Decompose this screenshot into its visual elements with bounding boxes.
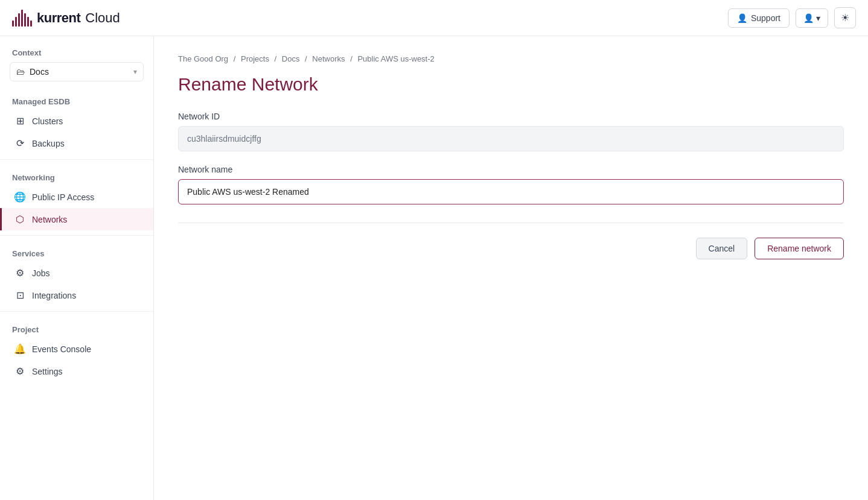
network-name-input[interactable] <box>178 179 844 204</box>
context-chevron-icon: ▾ <box>133 68 137 76</box>
folder-icon: 🗁 <box>16 67 25 77</box>
cancel-button[interactable]: Cancel <box>696 238 748 259</box>
divider-services <box>0 235 153 236</box>
logo: kurrent Cloud <box>12 10 120 27</box>
support-label: Support <box>751 13 780 23</box>
theme-icon: ☀ <box>841 13 849 23</box>
network-id-label: Network ID <box>178 112 844 121</box>
sidebar-item-integrations[interactable]: ⊡ Integrations <box>0 284 153 306</box>
sidebar-item-settings[interactable]: ⚙ Settings <box>0 360 153 382</box>
logo-cloud-text: Cloud <box>85 10 120 26</box>
events-console-label: Events Console <box>32 344 91 354</box>
jobs-label: Jobs <box>32 268 50 278</box>
backups-icon: ⟳ <box>14 138 26 149</box>
jobs-icon: ⚙ <box>14 267 26 279</box>
support-button[interactable]: 👤 Support <box>728 8 790 28</box>
sidebar-item-clusters[interactable]: ⊞ Clusters <box>0 110 153 132</box>
sidebar-item-events-console[interactable]: 🔔 Events Console <box>0 338 153 360</box>
settings-label: Settings <box>32 367 63 376</box>
breadcrumb-part-org: The Good Org <box>178 54 228 63</box>
breadcrumb-part-networks: Networks <box>312 54 345 63</box>
theme-toggle-button[interactable]: ☀ <box>834 7 856 28</box>
services-section-label: Services <box>0 241 153 262</box>
context-name: Docs <box>30 67 129 77</box>
networking-section-label: Networking <box>0 165 153 186</box>
network-id-value: cu3hlaiirsdmuidcjffg <box>178 126 844 151</box>
backups-label: Backups <box>32 139 65 148</box>
logo-bars-icon <box>12 10 32 27</box>
sidebar-item-public-ip-access[interactable]: 🌐 Public IP Access <box>0 186 153 208</box>
header: kurrent Cloud 👤 Support 👤 ▾ ☀ <box>0 0 868 36</box>
context-section: Context 🗁 Docs ▾ <box>0 48 153 89</box>
divider-project <box>0 311 153 312</box>
layout: Context 🗁 Docs ▾ Managed ESDB ⊞ Clusters… <box>0 36 868 500</box>
network-name-group: Network name <box>178 165 844 204</box>
sidebar-item-networks[interactable]: ⬡ Networks <box>0 208 153 230</box>
sidebar: Context 🗁 Docs ▾ Managed ESDB ⊞ Clusters… <box>0 36 154 500</box>
user-chevron-icon: ▾ <box>816 13 820 23</box>
networks-icon: ⬡ <box>14 214 26 225</box>
project-section-label: Project <box>0 317 153 338</box>
public-ip-access-label: Public IP Access <box>32 192 94 202</box>
public-ip-icon: 🌐 <box>14 191 26 203</box>
clusters-label: Clusters <box>32 116 63 126</box>
form-divider <box>178 223 844 223</box>
context-selector[interactable]: 🗁 Docs ▾ <box>10 62 144 81</box>
events-console-icon: 🔔 <box>14 343 26 355</box>
settings-icon: ⚙ <box>14 366 26 377</box>
breadcrumb-part-projects: Projects <box>241 54 269 63</box>
user-icon: 👤 <box>803 13 814 23</box>
networks-label: Networks <box>32 215 67 224</box>
sidebar-item-backups[interactable]: ⟳ Backups <box>0 132 153 154</box>
clusters-icon: ⊞ <box>14 115 26 127</box>
header-actions: 👤 Support 👤 ▾ ☀ <box>728 7 856 28</box>
logo-brand-text: kurrent <box>37 10 80 26</box>
integrations-label: Integrations <box>32 291 76 300</box>
breadcrumb-part-docs: Docs <box>282 54 300 63</box>
context-label: Context <box>10 48 144 57</box>
main-content: The Good Org / Projects / Docs / Network… <box>154 36 868 500</box>
rename-network-button[interactable]: Rename network <box>755 238 844 259</box>
support-icon: 👤 <box>737 13 747 23</box>
network-name-label: Network name <box>178 165 844 174</box>
form-actions: Cancel Rename network <box>178 238 844 259</box>
page-title: Rename Network <box>178 74 844 95</box>
user-menu-button[interactable]: 👤 ▾ <box>796 8 828 28</box>
breadcrumb: The Good Org / Projects / Docs / Network… <box>178 54 844 63</box>
sidebar-item-jobs[interactable]: ⚙ Jobs <box>0 262 153 284</box>
divider-networking <box>0 159 153 160</box>
network-id-group: Network ID cu3hlaiirsdmuidcjffg <box>178 112 844 151</box>
managed-esdb-section-label: Managed ESDB <box>0 89 153 110</box>
integrations-icon: ⊡ <box>14 290 26 301</box>
breadcrumb-part-current: Public AWS us-west-2 <box>357 54 434 63</box>
